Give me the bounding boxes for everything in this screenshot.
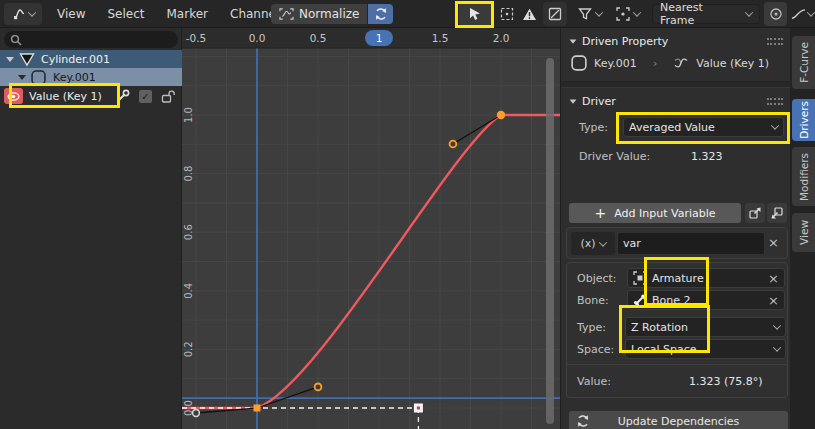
filter-funnel-icon (578, 7, 592, 21)
variable-name-value: var (623, 237, 641, 250)
x-axis-tick-label: 2.0 (493, 32, 510, 44)
menu-marker[interactable]: Marker (156, 0, 219, 28)
tab-drivers[interactable]: Drivers (792, 99, 815, 141)
driven-owner: Key.001 (594, 57, 637, 70)
proportional-circle-icon (769, 7, 783, 21)
update-dependencies-label: Update Dependencies (618, 415, 740, 428)
unlock-icon[interactable] (161, 90, 176, 103)
space-label: Space: (577, 343, 614, 356)
ghost-curves-button[interactable] (543, 2, 567, 26)
channel-object-label: Cylinder.001 (41, 53, 110, 66)
y-axis-tick-label: 0.8 (183, 166, 194, 182)
bone-field[interactable]: Bone 2 × (627, 290, 785, 310)
space-value: Local Space (631, 343, 697, 356)
driver-type-dropdown[interactable]: Averaged Value (623, 117, 784, 137)
keyframe-point[interactable] (254, 405, 261, 412)
channel-type-label: Type: (577, 321, 606, 334)
shape-key-icon (571, 55, 587, 71)
keyframe-point[interactable] (497, 111, 505, 119)
tab-f-curve[interactable]: F-Curve (792, 36, 815, 89)
expand-caret-icon[interactable] (6, 57, 14, 62)
channel-search-input[interactable] (4, 31, 178, 48)
variable-target-box: Object: Armature × Bone: Bone 2 × T (566, 262, 788, 398)
falloff-dropdown[interactable] (789, 2, 815, 26)
panel-grip-handle[interactable] (767, 38, 783, 45)
normalize-label: Normalize (299, 7, 359, 21)
fcurve-graph[interactable]: 0.00.20.40.60.81.0-0.50.00.511.52.0 (182, 28, 560, 429)
editor-header: ViewSelectMarkerChannelKey Normalize (0, 0, 815, 28)
channel-type-dropdown[interactable]: Z Rotation (625, 317, 786, 337)
tab-label: Drivers (798, 101, 810, 139)
channel-type-value: Z Rotation (631, 321, 688, 334)
pivot-target-icon (616, 7, 630, 21)
channel-visibility-toggle[interactable] (4, 88, 23, 104)
object-data-icon (633, 271, 647, 285)
driver-type-label: Type: (579, 121, 608, 134)
refresh-icon (374, 7, 388, 21)
driven-property-title: Driven Property (582, 35, 668, 48)
eye-icon (7, 92, 20, 101)
paste-arrow-icon (770, 206, 784, 220)
box-divider (567, 364, 787, 365)
normalize-icon (279, 7, 294, 21)
add-input-variable-button[interactable]: + Add Input Variable (569, 203, 741, 223)
remove-variable-button[interactable]: × (768, 235, 779, 250)
variable-name-input[interactable]: var (617, 232, 765, 255)
handle-point[interactable] (450, 141, 457, 148)
snap-mode-dropdown[interactable]: Nearest Frame (652, 4, 760, 24)
clear-bone-button[interactable]: × (768, 294, 779, 307)
filter-dropdown[interactable] (574, 2, 606, 26)
copy-driver-variables-button[interactable] (745, 203, 765, 223)
variable-type-dropdown[interactable]: (x) (571, 232, 615, 255)
object-field[interactable]: Armature × (627, 268, 785, 288)
channel-shapekey-label: Key.001 (53, 71, 96, 84)
graph-background[interactable] (182, 28, 560, 429)
warning-icon (522, 8, 537, 21)
graph-vertical-scrollbar[interactable] (546, 58, 554, 424)
normalize-button[interactable]: Normalize (271, 4, 367, 24)
space-dropdown[interactable]: Local Space (625, 339, 786, 359)
driver-value: 1.323 (691, 150, 723, 163)
tab-view[interactable]: View (792, 213, 815, 252)
path-separator: › (653, 57, 657, 70)
pivot-dropdown[interactable] (610, 2, 646, 26)
driver-panel-header[interactable]: Driver (561, 91, 791, 111)
driven-property-panel-header[interactable]: Driven Property (561, 31, 791, 51)
fn-chip-label: (x) (580, 237, 595, 250)
update-dependencies-button[interactable]: Update Dependencies (569, 411, 788, 429)
modifier-wrench-icon[interactable] (116, 89, 130, 103)
bone-label: Bone: (577, 294, 609, 307)
editor-type-dropdown[interactable] (4, 3, 42, 25)
show-errors-button[interactable] (518, 2, 541, 26)
clear-object-button[interactable]: × (768, 272, 779, 285)
proportional-edit-button[interactable] (764, 2, 787, 26)
chevron-down-icon (27, 8, 35, 16)
chevron-down-icon (773, 343, 781, 351)
shape-key-icon (31, 70, 46, 85)
menu-select[interactable]: Select (96, 0, 155, 28)
channel-row-shapekey[interactable]: Key.001 (0, 68, 182, 86)
y-axis-tick-label: 0.4 (183, 283, 194, 299)
paste-driver-variables-button[interactable] (767, 203, 787, 223)
box-select-button[interactable] (495, 2, 518, 26)
handle-point[interactable] (315, 384, 322, 391)
drivers-editor-icon (12, 7, 26, 21)
normalize-auto-refresh-toggle[interactable] (368, 4, 393, 24)
variable-value-label: Value: (577, 375, 611, 388)
expand-caret-icon[interactable] (18, 75, 26, 80)
panel-grip-handle[interactable] (767, 98, 783, 105)
bone-icon (633, 293, 647, 307)
tab-modifiers[interactable]: Modifiers (792, 147, 815, 206)
channel-enable-checkbox[interactable]: ✓ (139, 90, 152, 103)
snap-mode-value: Nearest Frame (660, 1, 740, 27)
channel-row-object[interactable]: Cylinder.001 (0, 50, 182, 68)
menu-view[interactable]: View (46, 0, 96, 28)
chevron-down-icon (771, 121, 779, 129)
tweak-tool-button[interactable] (459, 2, 491, 26)
add-input-variable-label: Add Input Variable (614, 207, 715, 220)
channel-row-value[interactable]: Value (Key 1) ✓ (0, 86, 182, 106)
chevron-down-icon (598, 238, 606, 246)
fcurve-graph-area[interactable]: 0.00.20.40.60.81.0-0.50.00.511.52.0 (182, 28, 560, 429)
chevron-down-icon (806, 8, 814, 16)
box-select-icon (500, 7, 514, 21)
